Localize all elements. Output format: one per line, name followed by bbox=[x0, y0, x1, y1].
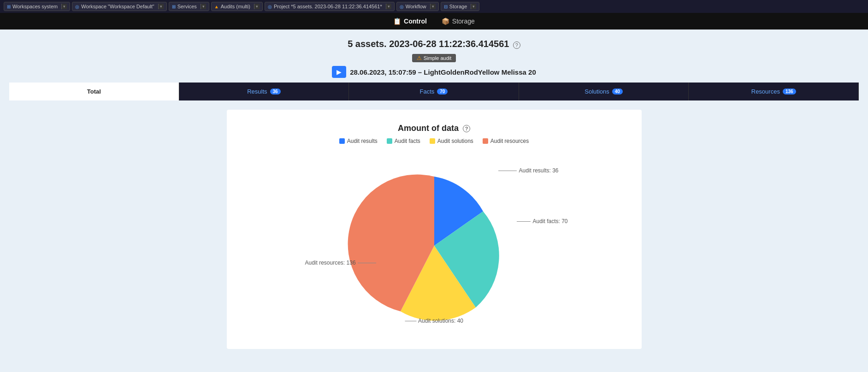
workflow-icon: ◎ bbox=[400, 4, 404, 9]
dropdown-arrow-services[interactable]: ▾ bbox=[201, 4, 206, 9]
legend-dot-solutions bbox=[430, 138, 435, 144]
toolbar-label-workflow: Workflow bbox=[406, 4, 426, 9]
toolbar-item-audits[interactable]: ▲ Audits (multi) ▾ bbox=[211, 2, 263, 11]
label-solutions-line bbox=[405, 321, 416, 321]
nav-bar: 📋 Control 📦 Storage bbox=[0, 13, 868, 30]
label-facts: Audit facts: 70 bbox=[517, 218, 567, 224]
chart-help-icon[interactable]: ? bbox=[463, 125, 470, 132]
dropdown-arrow-project[interactable]: ▾ bbox=[386, 4, 391, 9]
tabs-bar: Total Results 36 Facts 70 Solutions 40 R… bbox=[9, 83, 859, 100]
badge-label: Simple audit bbox=[424, 55, 452, 61]
dropdown-arrow-workspaces[interactable]: ▾ bbox=[61, 4, 67, 9]
chart-title-text: Amount of data bbox=[398, 124, 459, 133]
toolbar-label-workspace-default: Workspace "Workspace Default" bbox=[81, 4, 154, 9]
title-help-icon[interactable]: ? bbox=[513, 41, 520, 49]
toolbar-item-storage[interactable]: ⊟ Storage ▾ bbox=[441, 2, 480, 11]
tab-facts-label: Facts bbox=[420, 88, 435, 95]
tab-results[interactable]: Results 36 bbox=[179, 83, 349, 100]
tab-resources[interactable]: Resources 136 bbox=[689, 83, 859, 100]
label-results-line bbox=[498, 171, 517, 171]
label-solutions: Audit solutions: 40 bbox=[405, 318, 463, 324]
legend-label-results: Audit results bbox=[347, 138, 378, 144]
label-solutions-text: Audit solutions: 40 bbox=[418, 318, 463, 324]
label-results-text: Audit results: 36 bbox=[519, 167, 558, 174]
toolbar-label-workspaces: Workspaces system bbox=[12, 4, 58, 9]
legend-facts: Audit facts bbox=[387, 138, 420, 144]
legend-dot-resources bbox=[483, 138, 488, 144]
nav-item-control[interactable]: 📋 Control bbox=[393, 18, 427, 25]
nav-label-control: Control bbox=[404, 18, 427, 25]
chart-title: Amount of data ? bbox=[241, 124, 628, 133]
tab-total-label: Total bbox=[87, 88, 101, 95]
page-title-text: 5 assets. 2023-06-28 11:22:36.414561 bbox=[348, 39, 509, 49]
tab-resources-label: Resources bbox=[751, 88, 780, 95]
toolbar-label-services: Services bbox=[177, 4, 197, 9]
legend-label-solutions: Audit solutions bbox=[437, 138, 473, 144]
tab-facts[interactable]: Facts 70 bbox=[349, 83, 519, 100]
storage-nav-icon: 📦 bbox=[442, 18, 449, 25]
audit-row: ▶ 28.06.2023, 15:07:59 – LightGoldenRodY… bbox=[9, 66, 859, 78]
audits-icon: ▲ bbox=[214, 4, 219, 9]
tab-results-badge: 36 bbox=[270, 89, 281, 94]
nav-item-storage[interactable]: 📦 Storage bbox=[442, 18, 475, 25]
workspace-default-icon: ◎ bbox=[75, 4, 79, 9]
control-nav-icon: 📋 bbox=[393, 18, 401, 25]
tab-solutions-badge: 40 bbox=[612, 89, 623, 94]
tab-facts-badge: 70 bbox=[437, 89, 448, 94]
legend-label-facts: Audit facts bbox=[395, 138, 420, 144]
storage-icon: ⊟ bbox=[444, 4, 448, 9]
tab-results-label: Results bbox=[247, 88, 267, 95]
legend-label-resources: Audit resources bbox=[490, 138, 529, 144]
project-icon: ◎ bbox=[268, 4, 272, 9]
page-title-section: 5 assets. 2023-06-28 11:22:36.414561 ? ⚠… bbox=[9, 39, 859, 78]
dropdown-arrow-storage[interactable]: ▾ bbox=[471, 4, 476, 9]
pie-chart-svg bbox=[296, 158, 573, 333]
legend-solutions: Audit solutions bbox=[430, 138, 473, 144]
dropdown-arrow-workflow[interactable]: ▾ bbox=[430, 4, 436, 9]
toolbar: ⊞ Workspaces system ▾ ◎ Workspace "Works… bbox=[0, 0, 868, 13]
legend-dot-results bbox=[339, 138, 345, 144]
workspaces-icon: ⊞ bbox=[7, 4, 11, 9]
toolbar-label-audits: Audits (multi) bbox=[221, 4, 250, 9]
label-resources-text: Audit resources: 136 bbox=[305, 260, 356, 266]
audit-info-text: 28.06.2023, 15:07:59 – LightGoldenRodYel… bbox=[350, 68, 536, 76]
tab-total[interactable]: Total bbox=[9, 83, 179, 100]
services-icon: ⊞ bbox=[172, 4, 176, 9]
label-facts-text: Audit facts: 70 bbox=[532, 218, 567, 224]
legend-resources: Audit resources bbox=[483, 138, 529, 144]
audit-badge: ⚠ Simple audit bbox=[412, 54, 456, 62]
label-facts-line bbox=[517, 221, 531, 222]
main-content: 5 assets. 2023-06-28 11:22:36.414561 ? ⚠… bbox=[0, 30, 868, 367]
toolbar-item-project[interactable]: ◎ Project *5 assets. 2023-06-28 11:22:36… bbox=[265, 2, 395, 11]
nav-label-storage: Storage bbox=[452, 18, 475, 25]
dropdown-arrow-workspace-default[interactable]: ▾ bbox=[158, 4, 164, 9]
toolbar-label-project: Project *5 assets. 2023-06-28 11:22:36.4… bbox=[274, 4, 382, 9]
toolbar-item-workspace-default[interactable]: ◎ Workspace "Workspace Default" ▾ bbox=[72, 2, 166, 11]
label-resources-line bbox=[358, 263, 376, 263]
label-results: Audit results: 36 bbox=[498, 167, 558, 174]
chart-legend: Audit results Audit facts Audit solution… bbox=[241, 138, 628, 144]
legend-results: Audit results bbox=[339, 138, 378, 144]
badge-warn-icon: ⚠ bbox=[417, 55, 422, 61]
toolbar-item-workspaces[interactable]: ⊞ Workspaces system ▾ bbox=[4, 2, 70, 11]
play-button[interactable]: ▶ bbox=[332, 66, 346, 78]
toolbar-label-storage: Storage bbox=[449, 4, 467, 9]
label-resources: Audit resources: 136 bbox=[305, 260, 376, 266]
tab-resources-badge: 136 bbox=[783, 89, 796, 94]
legend-dot-facts bbox=[387, 138, 392, 144]
pie-chart-container: Audit results: 36 Audit facts: 70 Audit … bbox=[296, 158, 573, 333]
toolbar-item-services[interactable]: ⊞ Services ▾ bbox=[169, 2, 209, 11]
toolbar-item-workflow[interactable]: ◎ Workflow ▾ bbox=[396, 2, 439, 11]
tab-solutions-label: Solutions bbox=[585, 88, 609, 95]
page-title: 5 assets. 2023-06-28 11:22:36.414561 ? bbox=[9, 39, 859, 49]
tab-solutions[interactable]: Solutions 40 bbox=[519, 83, 689, 100]
dropdown-arrow-audits[interactable]: ▾ bbox=[254, 4, 260, 9]
chart-section: Amount of data ? Audit results Audit fac… bbox=[227, 110, 642, 349]
